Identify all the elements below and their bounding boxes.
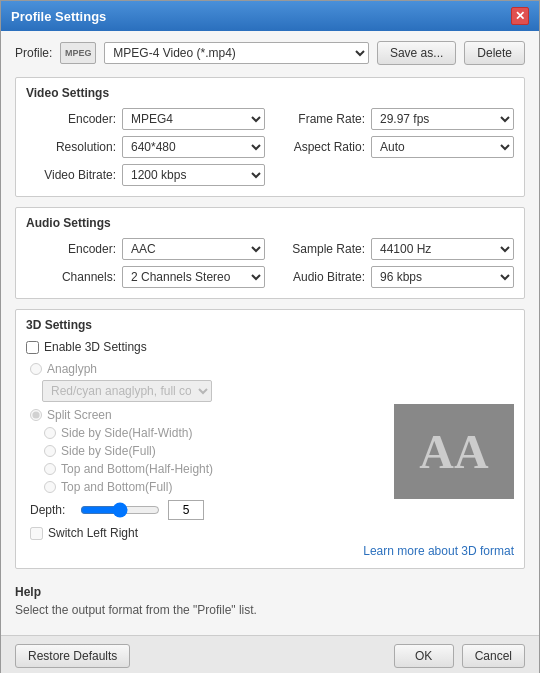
ok-button[interactable]: OK [394, 644, 454, 668]
audio-settings-title: Audio Settings [26, 216, 514, 230]
channels-label: Channels: [26, 270, 116, 284]
profile-settings-dialog: Profile Settings ✕ Profile: MPEG MPEG-4 … [0, 0, 540, 673]
encoder-label: Encoder: [26, 112, 116, 126]
audio-encoder-label: Encoder: [26, 242, 116, 256]
sample-rate-label: Sample Rate: [275, 242, 365, 256]
side-by-side-half-radio[interactable] [44, 427, 56, 439]
audio-encoder-select[interactable]: AAC [122, 238, 265, 260]
close-button[interactable]: ✕ [511, 7, 529, 25]
help-text: Select the output format from the "Profi… [15, 603, 525, 617]
frame-rate-select[interactable]: 29.97 fps [371, 108, 514, 130]
anaglyph-radio-row: Anaglyph [26, 362, 384, 376]
aspect-ratio-label: Aspect Ratio: [275, 140, 365, 154]
dialog-title: Profile Settings [11, 9, 106, 24]
video-bitrate-label: Video Bitrate: [26, 168, 116, 182]
enable-3d-checkbox[interactable] [26, 341, 39, 354]
cancel-button[interactable]: Cancel [462, 644, 525, 668]
frame-rate-row: Frame Rate: 29.97 fps [275, 108, 514, 130]
anaglyph-label: Anaglyph [47, 362, 97, 376]
video-bitrate-row: Video Bitrate: 1200 kbps [26, 164, 265, 186]
depth-row: Depth: [26, 500, 384, 520]
3d-content: Anaglyph Red/cyan anaglyph, full color S… [26, 362, 514, 540]
side-by-side-full-label: Side by Side(Full) [61, 444, 156, 458]
split-screen-radio[interactable] [30, 409, 42, 421]
video-settings-grid: Encoder: MPEG4 Resolution: 640*480 Video… [26, 108, 514, 186]
3d-right-panel: AA [394, 362, 514, 540]
delete-button[interactable]: Delete [464, 41, 525, 65]
audio-bitrate-select[interactable]: 96 kbps [371, 266, 514, 288]
side-by-side-half-row: Side by Side(Half-Width) [26, 426, 384, 440]
footer-right-buttons: OK Cancel [394, 644, 525, 668]
title-bar: Profile Settings ✕ [1, 1, 539, 31]
top-bottom-full-label: Top and Bottom(Full) [61, 480, 172, 494]
video-right-col: Frame Rate: 29.97 fps Aspect Ratio: Auto [275, 108, 514, 186]
encoder-row: Encoder: MPEG4 [26, 108, 265, 130]
audio-bitrate-label: Audio Bitrate: [275, 270, 365, 284]
save-as-button[interactable]: Save as... [377, 41, 456, 65]
help-section: Help Select the output format from the "… [15, 579, 525, 625]
video-left-col: Encoder: MPEG4 Resolution: 640*480 Video… [26, 108, 265, 186]
side-by-side-half-label: Side by Side(Half-Width) [61, 426, 192, 440]
audio-settings-section: Audio Settings Encoder: AAC Channels: 2 … [15, 207, 525, 299]
switch-left-right-row: Switch Left Right [26, 526, 384, 540]
split-screen-label: Split Screen [47, 408, 112, 422]
video-bitrate-select[interactable]: 1200 kbps [122, 164, 265, 186]
enable-3d-row: Enable 3D Settings [26, 340, 514, 354]
side-by-side-full-row: Side by Side(Full) [26, 444, 384, 458]
aa-preview: AA [394, 404, 514, 499]
channels-select[interactable]: 2 Channels Stereo [122, 266, 265, 288]
sample-rate-select[interactable]: 44100 Hz [371, 238, 514, 260]
restore-defaults-button[interactable]: Restore Defaults [15, 644, 130, 668]
aspect-ratio-row: Aspect Ratio: Auto [275, 136, 514, 158]
audio-bitrate-row: Audio Bitrate: 96 kbps [275, 266, 514, 288]
switch-left-right-label: Switch Left Right [48, 526, 138, 540]
split-screen-radio-row: Split Screen [26, 408, 384, 422]
dialog-footer: Restore Defaults OK Cancel [1, 635, 539, 673]
aspect-ratio-select[interactable]: Auto [371, 136, 514, 158]
learn-link-row: Learn more about 3D format [26, 544, 514, 558]
depth-spinner[interactable] [168, 500, 204, 520]
profile-row: Profile: MPEG MPEG-4 Video (*.mp4) Save … [15, 41, 525, 65]
learn-more-link[interactable]: Learn more about 3D format [363, 544, 514, 558]
settings-3d-title: 3D Settings [26, 318, 514, 332]
channels-row: Channels: 2 Channels Stereo [26, 266, 265, 288]
frame-rate-label: Frame Rate: [275, 112, 365, 126]
settings-3d-section: 3D Settings Enable 3D Settings Anaglyph … [15, 309, 525, 569]
top-bottom-full-row: Top and Bottom(Full) [26, 480, 384, 494]
video-settings-section: Video Settings Encoder: MPEG4 Resolution… [15, 77, 525, 197]
anaglyph-select: Red/cyan anaglyph, full color [42, 380, 212, 402]
side-by-side-full-radio[interactable] [44, 445, 56, 457]
3d-left-panel: Anaglyph Red/cyan anaglyph, full color S… [26, 362, 384, 540]
enable-3d-label: Enable 3D Settings [44, 340, 147, 354]
audio-left-col: Encoder: AAC Channels: 2 Channels Stereo [26, 238, 265, 288]
anaglyph-select-row: Red/cyan anaglyph, full color [26, 380, 384, 402]
top-bottom-full-radio[interactable] [44, 481, 56, 493]
depth-slider[interactable] [80, 503, 160, 517]
help-title: Help [15, 585, 525, 599]
aa-text: AA [419, 424, 488, 479]
switch-left-right-checkbox[interactable] [30, 527, 43, 540]
audio-encoder-row: Encoder: AAC [26, 238, 265, 260]
resolution-label: Resolution: [26, 140, 116, 154]
top-bottom-half-radio[interactable] [44, 463, 56, 475]
mpeg-icon: MPEG [60, 42, 96, 64]
top-bottom-half-label: Top and Bottom(Half-Height) [61, 462, 213, 476]
audio-settings-grid: Encoder: AAC Channels: 2 Channels Stereo [26, 238, 514, 288]
sample-rate-row: Sample Rate: 44100 Hz [275, 238, 514, 260]
profile-select[interactable]: MPEG-4 Video (*.mp4) [104, 42, 369, 64]
profile-label: Profile: [15, 46, 52, 60]
dialog-content: Profile: MPEG MPEG-4 Video (*.mp4) Save … [1, 31, 539, 635]
depth-label: Depth: [30, 503, 72, 517]
resolution-row: Resolution: 640*480 [26, 136, 265, 158]
top-bottom-half-row: Top and Bottom(Half-Height) [26, 462, 384, 476]
audio-right-col: Sample Rate: 44100 Hz Audio Bitrate: 96 … [275, 238, 514, 288]
video-encoder-select[interactable]: MPEG4 [122, 108, 265, 130]
anaglyph-radio[interactable] [30, 363, 42, 375]
resolution-select[interactable]: 640*480 [122, 136, 265, 158]
video-settings-title: Video Settings [26, 86, 514, 100]
